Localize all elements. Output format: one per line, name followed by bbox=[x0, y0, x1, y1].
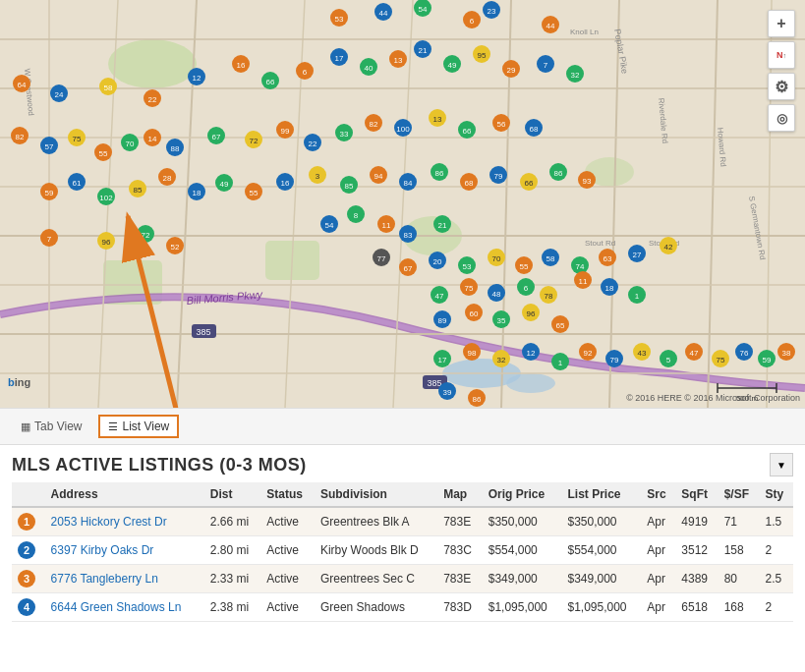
svg-text:52: 52 bbox=[171, 243, 180, 252]
svg-text:55: 55 bbox=[520, 262, 529, 271]
svg-text:58: 58 bbox=[104, 84, 113, 92]
row-psf: 71 bbox=[719, 507, 760, 536]
tab-view-button[interactable]: ▦ Tab View bbox=[12, 416, 90, 437]
svg-text:86: 86 bbox=[554, 169, 563, 178]
svg-text:67: 67 bbox=[404, 264, 413, 273]
address-link[interactable]: 6776 Tangleberry Ln bbox=[51, 572, 158, 586]
svg-text:40: 40 bbox=[365, 64, 374, 73]
svg-text:79: 79 bbox=[610, 356, 619, 364]
col-header-status: Status bbox=[260, 482, 315, 507]
row-address[interactable]: 6776 Tangleberry Ln bbox=[45, 565, 204, 593]
svg-text:78: 78 bbox=[545, 292, 553, 301]
row-dist: 2.38 mi bbox=[204, 593, 261, 622]
bing-logo: bing bbox=[8, 376, 30, 388]
row-src: Apr bbox=[641, 565, 675, 593]
row-map: 783C bbox=[437, 536, 483, 565]
col-header-address: Address bbox=[45, 482, 204, 507]
address-link[interactable]: 6644 Green Shadows Ln bbox=[51, 600, 182, 614]
svg-text:56: 56 bbox=[497, 120, 506, 129]
row-orig-price: $350,000 bbox=[483, 507, 562, 536]
row-address[interactable]: 6644 Green Shadows Ln bbox=[45, 593, 204, 622]
row-address[interactable]: 6397 Kirby Oaks Dr bbox=[45, 536, 204, 565]
row-subdivision: Greentrees Sec C bbox=[315, 565, 437, 593]
svg-text:17: 17 bbox=[438, 356, 447, 364]
row-psf: 80 bbox=[719, 565, 760, 593]
settings-button[interactable]: ⚙ bbox=[768, 73, 795, 100]
svg-text:8: 8 bbox=[354, 211, 359, 220]
row-orig-price: $554,000 bbox=[483, 536, 562, 565]
svg-text:74: 74 bbox=[576, 262, 585, 271]
svg-text:Stout Rd: Stout Rd bbox=[585, 239, 615, 248]
listings-dropdown-button[interactable]: ▼ bbox=[770, 453, 793, 476]
location-button[interactable]: ◎ bbox=[768, 104, 795, 132]
row-num-cell: 3 bbox=[12, 565, 45, 593]
svg-text:75: 75 bbox=[73, 135, 82, 143]
svg-text:83: 83 bbox=[404, 231, 413, 240]
list-view-button[interactable]: ☰ List View bbox=[98, 415, 179, 438]
svg-text:64: 64 bbox=[18, 81, 27, 89]
svg-text:70: 70 bbox=[492, 254, 501, 263]
row-sqft: 6518 bbox=[675, 593, 718, 622]
svg-text:66: 66 bbox=[266, 78, 275, 86]
svg-text:79: 79 bbox=[494, 172, 503, 181]
svg-text:1: 1 bbox=[558, 359, 563, 367]
compass-button[interactable]: N ↑ bbox=[768, 41, 795, 69]
svg-text:16: 16 bbox=[281, 179, 290, 188]
svg-text:75: 75 bbox=[717, 356, 725, 364]
row-map: 783D bbox=[437, 593, 483, 622]
tab-view-label: Tab View bbox=[34, 420, 82, 433]
svg-text:93: 93 bbox=[583, 177, 592, 186]
row-subdivision: Green Shadows bbox=[315, 593, 437, 622]
row-number: 1 bbox=[18, 513, 35, 531]
svg-text:20: 20 bbox=[433, 257, 442, 266]
address-link[interactable]: 2053 Hickory Crest Dr bbox=[51, 515, 167, 529]
svg-text:53: 53 bbox=[463, 262, 472, 271]
svg-text:12: 12 bbox=[527, 349, 536, 358]
row-sty: 2 bbox=[760, 593, 793, 622]
svg-text:18: 18 bbox=[193, 189, 201, 197]
zoom-in-button[interactable]: + bbox=[768, 10, 795, 37]
svg-text:24: 24 bbox=[55, 90, 64, 99]
svg-text:14: 14 bbox=[148, 135, 157, 143]
listings-body: 1 2053 Hickory Crest Dr 2.66 mi Active G… bbox=[12, 507, 793, 622]
svg-text:47: 47 bbox=[690, 349, 699, 358]
svg-text:54: 54 bbox=[419, 5, 428, 14]
svg-text:82: 82 bbox=[370, 120, 378, 129]
svg-text:102: 102 bbox=[99, 194, 113, 202]
listings-title: MLS ACTIVE LISTINGS (0-3 MOS) bbox=[12, 455, 307, 476]
col-header-orig-price: Orig Price bbox=[483, 482, 562, 507]
row-sty: 1.5 bbox=[760, 507, 793, 536]
table-header-row: Address Dist Status Subdivision Map Orig… bbox=[12, 482, 793, 507]
svg-point-1 bbox=[108, 39, 197, 88]
svg-text:11: 11 bbox=[382, 221, 391, 230]
svg-point-7 bbox=[506, 373, 555, 393]
row-status: Active bbox=[260, 593, 315, 622]
svg-text:75: 75 bbox=[465, 284, 474, 293]
svg-text:Knoll Ln: Knoll Ln bbox=[570, 28, 599, 36]
svg-text:32: 32 bbox=[571, 71, 580, 80]
svg-text:49: 49 bbox=[220, 180, 229, 189]
row-status: Active bbox=[260, 565, 315, 593]
svg-text:94: 94 bbox=[374, 172, 383, 181]
svg-text:29: 29 bbox=[507, 66, 516, 75]
row-map: 783E bbox=[437, 565, 483, 593]
row-psf: 168 bbox=[719, 593, 760, 622]
svg-text:85: 85 bbox=[345, 182, 354, 191]
row-dist: 2.66 mi bbox=[204, 507, 261, 536]
table-row: 3 6776 Tangleberry Ln 2.33 mi Active Gre… bbox=[12, 565, 793, 593]
address-link[interactable]: 6397 Kirby Oaks Dr bbox=[51, 543, 154, 557]
col-header-list-price: List Price bbox=[561, 482, 641, 507]
row-num-cell: 1 bbox=[12, 507, 45, 536]
svg-text:63: 63 bbox=[604, 254, 612, 263]
list-view-label: List View bbox=[122, 420, 169, 433]
svg-text:22: 22 bbox=[148, 95, 157, 104]
svg-text:35: 35 bbox=[497, 316, 506, 325]
row-address[interactable]: 2053 Hickory Crest Dr bbox=[45, 507, 204, 536]
svg-text:38: 38 bbox=[782, 349, 791, 358]
tab-view-icon: ▦ bbox=[21, 420, 30, 433]
svg-text:66: 66 bbox=[463, 127, 472, 136]
map-container: Bill Morris Pkwy Poplar Pike W Crestwood… bbox=[0, 0, 805, 408]
svg-text:96: 96 bbox=[527, 309, 536, 318]
svg-text:95: 95 bbox=[478, 51, 487, 60]
col-header-map: Map bbox=[437, 482, 483, 507]
